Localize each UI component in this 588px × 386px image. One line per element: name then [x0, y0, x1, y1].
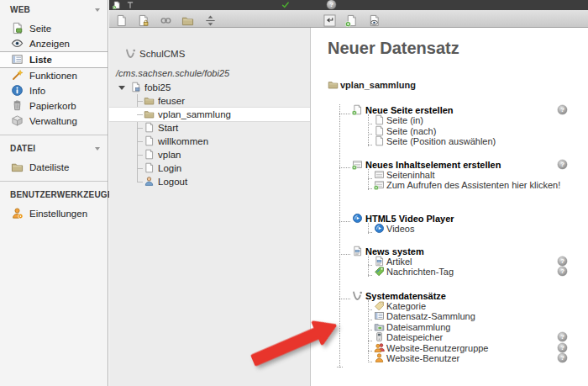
- tree-node-label[interactable]: vplan: [158, 150, 181, 160]
- record-link-website-benutzergruppe[interactable]: Website-Benutzergruppe: [369, 342, 588, 352]
- tree-node-label[interactable]: willkommen: [158, 136, 208, 146]
- record-link-label[interactable]: Website-Benutzergruppe: [386, 343, 488, 353]
- sidebar-item-papierkorb[interactable]: Papierkorb: [0, 98, 108, 114]
- record-link-dateisammlung[interactable]: Dateisammlung: [369, 321, 588, 331]
- module-group-benutzerwerkzeuge[interactable]: BENUTZERWERKZEUGE: [0, 182, 108, 204]
- tree-row-start[interactable]: Start: [109, 121, 310, 135]
- tree-node-label[interactable]: Start: [158, 123, 178, 133]
- help-icon[interactable]: [557, 159, 568, 170]
- tree-row-vplan-sammlung[interactable]: vplan_sammlung: [109, 108, 310, 121]
- help-icon[interactable]: [557, 266, 568, 277]
- tree-connector: [339, 249, 350, 255]
- record-link-label[interactable]: Seiteninhalt: [386, 170, 435, 180]
- sidebar-item-info[interactable]: Info: [0, 83, 108, 98]
- tree-row-fobi25[interactable]: fobi25: [109, 81, 310, 94]
- module-group-datei-label: DATEI: [10, 144, 35, 153]
- page-lock-icon[interactable]: [137, 13, 150, 28]
- help-icon[interactable]: [557, 331, 568, 342]
- record-link-label[interactable]: Datensatz-Sammlung: [386, 311, 475, 321]
- list-icon: [374, 310, 385, 321]
- record-link-seiteninhalt[interactable]: Seiteninhalt: [369, 169, 588, 179]
- tree-row-vplan[interactable]: vplan: [109, 148, 310, 161]
- view-icon[interactable]: [368, 13, 381, 28]
- module-group-web[interactable]: WEB: [0, 0, 108, 19]
- record-link-label[interactable]: Seite (Position auswählen): [386, 136, 496, 146]
- new-document-icon[interactable]: [113, 1, 121, 9]
- folder-icon[interactable]: [181, 13, 194, 28]
- help-icon[interactable]: [557, 104, 568, 115]
- tree-connector: [339, 216, 350, 222]
- record-link-dateispeicher[interactable]: Dateispeicher: [369, 331, 588, 341]
- expand-caret-icon[interactable]: [118, 86, 125, 90]
- sidebar-item-label: Liste: [29, 55, 52, 65]
- record-link-nachrichten-tag[interactable]: Nachrichten-Tag: [369, 266, 588, 276]
- record-link-label[interactable]: Zum Aufrufen des Assistenten hier klicke…: [386, 180, 560, 190]
- tree-node-label[interactable]: Logout: [158, 177, 187, 187]
- sidebar-item-seite[interactable]: Seite: [0, 21, 108, 36]
- record-link-seite-in[interactable]: Seite (in): [369, 114, 588, 124]
- news-icon: [374, 256, 385, 267]
- page-icon: [374, 135, 385, 146]
- record-link-seite-position[interactable]: Seite (Position auswählen): [369, 135, 588, 145]
- tree-connector: [339, 162, 350, 168]
- record-link-label[interactable]: Artikel: [386, 256, 412, 267]
- record-section-header: Neues Inhaltselement erstellen: [340, 159, 588, 169]
- tree-node-label[interactable]: feuser: [158, 96, 185, 106]
- section-news: News system Artikel Nachrichten-Tag: [340, 246, 588, 277]
- record-link-videos[interactable]: Videos: [369, 223, 588, 233]
- context-folder-label: vplan_sammlung: [340, 80, 416, 90]
- help-icon[interactable]: [557, 342, 568, 353]
- record-section-label: HTML5 Video Player: [365, 214, 454, 224]
- link-icon[interactable]: [160, 13, 172, 28]
- tree-row-willkommen[interactable]: willkommen: [109, 135, 310, 148]
- sidebar-item-verwaltung[interactable]: Verwaltung: [0, 114, 108, 129]
- record-link-kategorie[interactable]: Kategorie: [369, 300, 588, 310]
- wand-icon: [11, 69, 24, 82]
- tree-row-logout[interactable]: Logout: [109, 175, 310, 188]
- collapse-tree-icon[interactable]: [204, 13, 217, 28]
- record-link-website-benutzer[interactable]: Website-Benutzer: [369, 352, 588, 362]
- record-link-label[interactable]: Nachrichten-Tag: [386, 267, 454, 277]
- tree-node-label[interactable]: fobi25: [144, 82, 171, 93]
- record-link-label[interactable]: Seite (in): [386, 115, 423, 125]
- sidebar-item-einstellungen[interactable]: Einstellungen: [0, 206, 108, 221]
- tree-node-label[interactable]: vplan_sammlung: [158, 109, 231, 119]
- new-page-icon: [352, 104, 363, 115]
- sidebar-item-dateiliste[interactable]: Dateiliste: [0, 160, 108, 175]
- record-link-label[interactable]: Dateispeicher: [386, 332, 443, 342]
- record-section-header: News system: [340, 246, 588, 256]
- collapse-caret-icon: [95, 147, 100, 151]
- help-sphere-icon[interactable]: [326, 0, 337, 10]
- help-icon[interactable]: [557, 352, 568, 363]
- record-section-label: Systemdatensätze: [365, 291, 446, 301]
- site-name: SchulCMS: [139, 49, 185, 59]
- record-link-label[interactable]: Website-Benutzer: [386, 353, 459, 363]
- record-link-seite-nach[interactable]: Seite (nach): [369, 125, 588, 135]
- top-bar: [109, 0, 588, 10]
- collapse-caret-icon: [95, 8, 100, 12]
- site-root: SchulCMS: [109, 47, 310, 61]
- tree-row-feuser[interactable]: feuser: [109, 94, 310, 108]
- sidebar-item-liste[interactable]: Liste: [0, 51, 108, 68]
- record-link-label[interactable]: Videos: [386, 224, 414, 234]
- record-link-datensatz-sammlung[interactable]: Datensatz-Sammlung: [369, 310, 588, 320]
- record-link-label[interactable]: Dateisammlung: [386, 322, 450, 332]
- record-link-artikel[interactable]: Artikel: [369, 256, 588, 266]
- record-link-assistent[interactable]: Zum Aufrufen des Assistenten hier klicke…: [369, 179, 588, 189]
- sidebar-item-anzeigen[interactable]: Anzeigen: [0, 36, 108, 51]
- tree-row-login[interactable]: Login: [109, 161, 310, 175]
- user-icon: [374, 352, 385, 363]
- tree-connector: [368, 227, 372, 233]
- module-group-datei[interactable]: DATEI: [0, 135, 108, 157]
- clipboard-icon[interactable]: [126, 1, 134, 9]
- new-record-icon[interactable]: [345, 13, 358, 28]
- record-link-label[interactable]: Seite (nach): [386, 126, 436, 136]
- sidebar-item-funktionen[interactable]: Funktionen: [0, 68, 108, 83]
- sidebar-item-label: Info: [29, 86, 45, 96]
- record-link-label[interactable]: Kategorie: [386, 301, 426, 311]
- back-icon[interactable]: [323, 13, 336, 28]
- new-page-icon[interactable]: [115, 13, 128, 28]
- user-settings-icon: [11, 207, 24, 219]
- help-icon[interactable]: [557, 256, 568, 267]
- tree-node-label[interactable]: Login: [158, 163, 181, 173]
